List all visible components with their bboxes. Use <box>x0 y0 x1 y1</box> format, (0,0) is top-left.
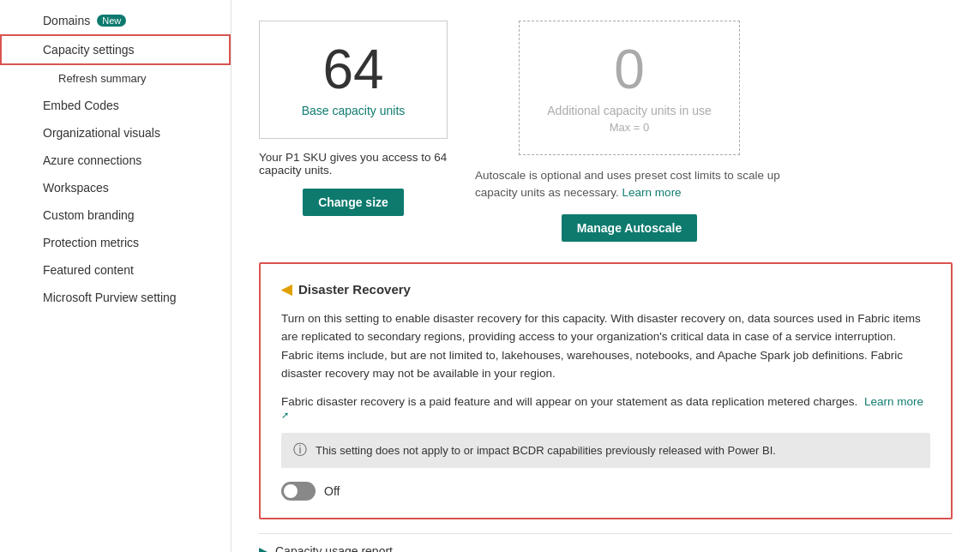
toggle-thumb <box>284 484 298 498</box>
additional-capacity-col: 0 Additional capacity units in use Max =… <box>475 21 784 242</box>
warning-triangle-icon: ◀ <box>281 281 292 297</box>
sidebar-item-azure-connections[interactable]: Azure connections <box>0 147 231 174</box>
capacity-cards-row: 64 Base capacity units Your P1 SKU gives… <box>259 21 953 242</box>
refresh-summary-label: Refresh summary <box>58 72 147 85</box>
azure-connections-label: Azure connections <box>43 153 141 167</box>
additional-capacity-card: 0 Additional capacity units in use Max =… <box>519 21 739 155</box>
embed-codes-label: Embed Codes <box>43 99 119 112</box>
main-content: 64 Base capacity units Your P1 SKU gives… <box>231 0 980 552</box>
bcdr-info-text: This setting does not apply to or impact… <box>316 444 776 457</box>
base-capacity-label: Base capacity units <box>287 104 419 117</box>
change-size-button[interactable]: Change size <box>303 189 404 216</box>
info-circle-icon: ⓘ <box>293 441 307 459</box>
custom-branding-label: Custom branding <box>43 208 135 222</box>
additional-capacity-label: Additional capacity units in use <box>547 104 711 117</box>
disaster-recovery-toggle[interactable] <box>281 482 316 501</box>
protection-metrics-label: Protection metrics <box>43 236 139 249</box>
disaster-recovery-paid-text: Fabric disaster recovery is a paid featu… <box>281 395 930 421</box>
disaster-recovery-description: Turn on this setting to enable disaster … <box>281 309 930 383</box>
toggle-track[interactable] <box>281 482 316 501</box>
bcdr-info-box: ⓘ This setting does not apply to or impa… <box>281 433 930 468</box>
disaster-learn-more-link[interactable]: Learn more <box>864 395 923 408</box>
base-capacity-col: 64 Base capacity units Your P1 SKU gives… <box>259 21 448 216</box>
organizational-visuals-label: Organizational visuals <box>43 126 160 140</box>
autoscale-learn-more-link[interactable]: Learn more <box>622 186 682 199</box>
sku-text: Your P1 SKU gives you access to 64 capac… <box>259 151 447 177</box>
sidebar-item-featured-content[interactable]: Featured content <box>0 256 231 284</box>
microsoft-purview-label: Microsoft Purview setting <box>43 291 177 304</box>
manage-autoscale-button[interactable]: Manage Autoscale <box>562 214 697 242</box>
disaster-recovery-section: ◀ Disaster Recovery Turn on this setting… <box>259 262 953 519</box>
capacity-usage-report-label: Capacity usage report <box>275 544 393 552</box>
chevron-right-icon: ▶ <box>259 544 268 552</box>
sidebar-item-custom-branding[interactable]: Custom branding <box>0 201 231 229</box>
capacity-usage-report-row[interactable]: ▶ Capacity usage report <box>259 533 953 552</box>
sidebar-item-organizational-visuals[interactable]: Organizational visuals <box>0 119 231 147</box>
sidebar-item-microsoft-purview[interactable]: Microsoft Purview setting <box>0 284 231 311</box>
workspaces-label: Workspaces <box>43 181 109 195</box>
additional-capacity-sub: Max = 0 <box>547 121 711 134</box>
disaster-recovery-toggle-row: Off <box>281 482 930 501</box>
featured-content-label: Featured content <box>43 263 134 277</box>
external-link-icon: ➚ <box>281 410 289 420</box>
capacity-settings-label: Capacity settings <box>43 43 135 57</box>
new-badge: New <box>97 15 126 27</box>
additional-capacity-number: 0 <box>547 42 711 97</box>
domains-label: Domains <box>43 14 90 27</box>
disaster-recovery-heading: Disaster Recovery <box>298 282 411 297</box>
sidebar: Domains New Capacity settings Refresh su… <box>0 0 231 552</box>
base-capacity-card: 64 Base capacity units <box>259 21 448 139</box>
sidebar-item-embed-codes[interactable]: Embed Codes <box>0 92 231 119</box>
sidebar-item-protection-metrics[interactable]: Protection metrics <box>0 229 231 256</box>
disaster-recovery-title: ◀ Disaster Recovery <box>281 281 930 297</box>
sidebar-item-workspaces[interactable]: Workspaces <box>0 174 231 201</box>
toggle-off-label: Off <box>324 484 340 498</box>
sidebar-item-refresh-summary[interactable]: Refresh summary <box>0 65 231 92</box>
sidebar-item-capacity-settings[interactable]: Capacity settings <box>0 34 231 65</box>
base-capacity-number: 64 <box>287 42 419 97</box>
sidebar-item-domains[interactable]: Domains New <box>0 7 231 34</box>
